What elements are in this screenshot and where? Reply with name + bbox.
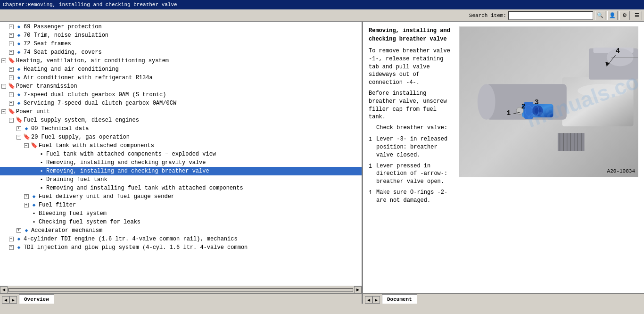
next-tab-left[interactable]: ▶ — [9, 296, 17, 304]
search-button[interactable]: 🔍 — [595, 11, 605, 20]
diamond-icon: ◆ — [25, 126, 28, 132]
engine-diagram: 1 2 3 4 manuals.co.uk — [460, 27, 638, 177]
tree-item-text: 69 Passenger protection — [24, 23, 102, 31]
tree-item[interactable]: +◆Heating and air conditioning — [0, 65, 362, 74]
tree-item-text: Accelerator mechanism — [31, 227, 102, 234]
tree-item[interactable]: +◆Fuel delivery unit and fuel gauge send… — [0, 192, 362, 201]
right-tabs: ◀ ▶ Document — [363, 293, 644, 304]
left-panel: +◆69 Passenger protection+◆70 Trim, nois… — [0, 22, 363, 304]
scroll-left[interactable]: ◀ — [0, 286, 8, 294]
book-icon: 🔖 — [8, 58, 15, 64]
tree-item-text: Fuel filter — [39, 201, 76, 209]
page-icon: ▪ — [33, 219, 36, 225]
diamond-icon: ◆ — [17, 66, 21, 72]
tree-item[interactable]: ▪Removing, installing and checking breat… — [0, 167, 362, 175]
tree-container[interactable]: +◆69 Passenger protection+◆70 Trim, nois… — [0, 22, 362, 286]
doc-note-2: Before installing breather valve, unscre… — [369, 90, 454, 121]
tree-item-text: Servicing 7-speed dual clutch gearbox 0A… — [24, 99, 176, 107]
tree-item-text: Power transmission — [16, 83, 77, 90]
right-nav-arrows: ◀ ▶ — [363, 296, 382, 304]
tree-item[interactable]: +◆Air conditioner with refrigerant R134a — [0, 74, 362, 82]
diamond-icon: ◆ — [33, 194, 36, 199]
prev-tab-right[interactable]: ◀ — [365, 296, 372, 304]
tree-item[interactable]: +◆00 Technical data — [0, 124, 362, 133]
diamond-icon: ◆ — [25, 228, 28, 233]
user-button[interactable]: 👤 — [607, 11, 618, 20]
tree-item[interactable]: ▪Removing, installing and checking gravi… — [0, 158, 362, 167]
tree-item-text: Fuel tank with attached components — [39, 142, 154, 149]
page-icon: ▪ — [33, 211, 36, 216]
page-icon: ▪ — [40, 151, 43, 157]
tree-item-text: Power unit — [16, 108, 50, 116]
tree-item-text: 72 Seat frames — [24, 40, 71, 48]
tree-item[interactable]: +◆TDI injection and glow plug system (4-… — [0, 243, 362, 252]
diamond-icon: ◆ — [17, 92, 21, 98]
tree-item[interactable]: +◆Fuel filter — [0, 201, 362, 209]
tree-item[interactable]: +◆7-speed dual clutch gearbox 0AM (S tro… — [0, 91, 362, 99]
page-icon: ▪ — [40, 185, 43, 191]
tree-item-text: 74 Seat padding, covers — [24, 49, 102, 56]
tree-item-text: Heating and air conditioning — [24, 66, 119, 73]
title-text: Chapter:Removing, installing and checkin… — [3, 2, 177, 8]
doc-section-1: To remove breather valve -1-, release re… — [369, 47, 454, 205]
tree-item-text: 20 Fuel supply, gas operation — [31, 133, 130, 141]
tree-item[interactable]: ▪Fuel tank with attached components – ex… — [0, 150, 362, 158]
next-tab-right[interactable]: ▶ — [372, 296, 380, 304]
book-icon: 🔖 — [31, 142, 38, 149]
tree-item[interactable]: ▪Draining fuel tank — [0, 175, 362, 184]
tree-item[interactable]: −🔖Fuel tank with attached components — [0, 141, 362, 150]
hscroll-bar[interactable]: ◀ ▶ — [0, 286, 362, 293]
diamond-icon: ◆ — [17, 33, 21, 38]
title-bar: Chapter:Removing, installing and checkin… — [0, 0, 644, 9]
tree-item-text: Air conditioner with refrigerant R134a — [24, 74, 153, 82]
left-tabs: ◀ ▶ Overview — [0, 293, 362, 304]
doc-title: Removing, installing and checking breath… — [369, 26, 454, 43]
tree-item[interactable]: −🔖Fuel supply system, diesel engines — [0, 116, 362, 124]
search-input[interactable] — [508, 11, 593, 20]
settings-button[interactable]: ⚙ — [619, 11, 630, 20]
tree-item[interactable]: ▪Removing and installing fuel tank with … — [0, 184, 362, 192]
page-icon: ▪ — [40, 168, 43, 174]
tab-overview[interactable]: Overview — [19, 294, 54, 304]
tree-item[interactable]: +◆Accelerator mechanism — [0, 226, 362, 235]
tree-item-text: Fuel delivery unit and fuel gauge sender — [39, 193, 174, 200]
scroll-right[interactable]: ▶ — [354, 286, 362, 294]
book-icon: 🔖 — [23, 134, 30, 140]
tree-item[interactable]: +◆74 Seat padding, covers — [0, 48, 362, 57]
diamond-icon: ◆ — [17, 245, 21, 250]
tree-item[interactable]: −🔖20 Fuel supply, gas operation — [0, 133, 362, 141]
tree-item[interactable]: +◆69 Passenger protection — [0, 23, 362, 31]
diamond-icon: ◆ — [17, 41, 21, 47]
tree-item[interactable]: −🔖Power unit — [0, 107, 362, 116]
doc-text: Removing, installing and checking breath… — [369, 26, 454, 289]
tree-item[interactable]: −🔖Heating, ventilation, air conditioning… — [0, 57, 362, 65]
tree-item[interactable]: +◆72 Seat frames — [0, 40, 362, 48]
image-label: A20-10834 — [607, 167, 635, 175]
menu-button[interactable]: ☰ — [632, 11, 642, 20]
tree-item[interactable]: +◆4-cylinder TDI engine (1.6 ltr. 4-valv… — [0, 235, 362, 243]
tree-item[interactable]: ▪Bleeding fuel system — [0, 209, 362, 218]
doc-note-5: 1 Lever pressed in direction of -arrow-:… — [369, 162, 454, 186]
tab-document[interactable]: Document — [382, 294, 417, 304]
doc-image: 1 2 3 4 manuals.co.uk A20-10834 — [459, 26, 638, 177]
tree-item[interactable]: +◆70 Trim, noise insulation — [0, 31, 362, 40]
doc-note-3: – Check breather valve: — [369, 124, 454, 132]
page-icon: ▪ — [40, 177, 43, 182]
page-icon: ▪ — [40, 160, 43, 165]
book-icon: 🔖 — [8, 108, 15, 115]
main-layout: +◆69 Passenger protection+◆70 Trim, nois… — [0, 22, 644, 304]
doc-image-container: 1 2 3 4 manuals.co.uk A20-10834 — [459, 26, 638, 289]
tree-item-text: Fuel tank with attached components – exp… — [46, 150, 216, 158]
tree-item-text: Fuel supply system, diesel engines — [24, 116, 139, 124]
doc-note-1: To remove breather valve -1-, release re… — [369, 47, 454, 87]
tree-item[interactable]: +◆Servicing 7-speed dual clutch gearbox … — [0, 99, 362, 107]
tree-item-text: Checking fuel system for leaks — [39, 218, 140, 226]
tree-item[interactable]: ▪Checking fuel system for leaks — [0, 218, 362, 226]
tree-item[interactable]: −🔖Power transmission — [0, 82, 362, 91]
tree-item-text: 7-speed dual clutch gearbox 0AM (S troni… — [24, 91, 166, 99]
book-icon: 🔖 — [16, 117, 23, 124]
tree-item-text: 4-cylinder TDI engine (1.6 ltr. 4-valve … — [24, 235, 238, 243]
prev-tab-left[interactable]: ◀ — [2, 296, 9, 304]
doc-content: Removing, installing and checking breath… — [363, 22, 644, 293]
diamond-icon: ◆ — [17, 50, 21, 55]
